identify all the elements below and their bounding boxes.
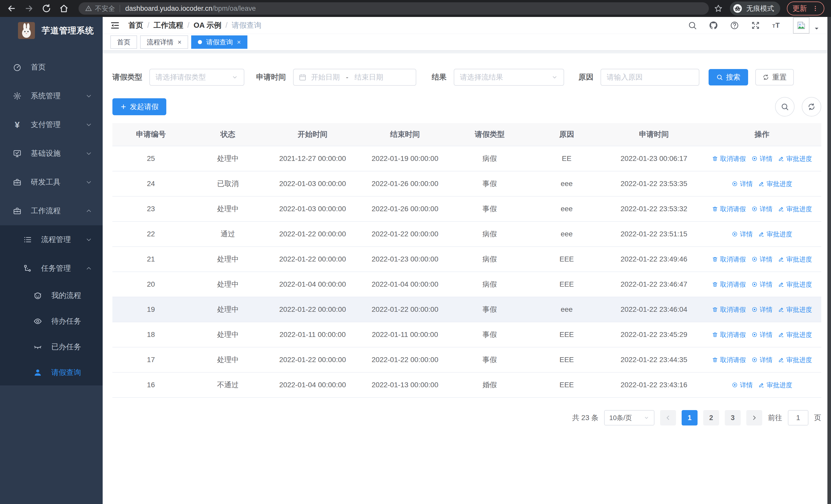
- breadcrumb-item-oa-example[interactable]: OA 示例: [194, 20, 221, 31]
- detail-link[interactable]: 详情: [751, 305, 773, 314]
- cancel-link[interactable]: 取消请假: [712, 280, 746, 289]
- cancel-link[interactable]: 取消请假: [712, 154, 746, 163]
- view-icon: [751, 155, 757, 162]
- detail-link[interactable]: 详情: [732, 180, 753, 188]
- app-logo[interactable]: 芋道管理系统: [0, 17, 103, 44]
- detail-link[interactable]: 详情: [751, 205, 773, 213]
- cancel-link[interactable]: 取消请假: [712, 330, 746, 339]
- table-refresh-button[interactable]: [802, 97, 821, 117]
- detail-link[interactable]: 详情: [732, 381, 753, 389]
- sidebar-item-infrastructure[interactable]: 基础设施: [0, 139, 103, 168]
- detail-link[interactable]: 详情: [751, 280, 773, 289]
- detail-link[interactable]: 详情: [751, 356, 773, 364]
- progress-link[interactable]: 审批进度: [758, 230, 792, 238]
- close-tab-icon[interactable]: ×: [237, 39, 241, 46]
- progress-link[interactable]: 审批进度: [758, 180, 792, 188]
- user-menu[interactable]: [793, 17, 820, 34]
- cell-start: 2021-12-27 00:00:00: [266, 154, 359, 163]
- security-label[interactable]: 不安全: [95, 4, 115, 13]
- table-search-toggle-button[interactable]: [775, 97, 795, 117]
- edit-icon: [778, 206, 784, 212]
- sidebar-item-leave-query[interactable]: 请假查询: [0, 360, 103, 385]
- calendar-icon: [299, 73, 307, 81]
- browser-scrollbar[interactable]: [827, 17, 831, 504]
- sidebar-item-label: 流程管理: [41, 235, 71, 245]
- leave-type-select[interactable]: 请选择请假类型: [149, 69, 244, 86]
- bookmark-star-icon[interactable]: [714, 4, 723, 13]
- page-header: 首页 / 工作流程 / OA 示例 / 请假查询 TT: [103, 17, 831, 34]
- sidebar-item-process-management[interactable]: 流程管理: [0, 225, 103, 254]
- progress-link[interactable]: 审批进度: [778, 154, 812, 163]
- sidebar-item-todo-tasks[interactable]: 待办任务: [0, 308, 103, 334]
- search-icon: [688, 21, 697, 30]
- progress-link[interactable]: 审批进度: [778, 305, 812, 314]
- forward-icon[interactable]: [24, 4, 34, 13]
- close-tab-icon[interactable]: ×: [178, 39, 181, 46]
- column-header: 开始时间: [266, 129, 359, 140]
- page-button[interactable]: 1: [682, 410, 697, 425]
- chevron-down-icon: [231, 74, 238, 81]
- address-bar[interactable]: 不安全 dashboard.yudao.iocoder.cn /bpm/oa/l…: [79, 2, 709, 14]
- leave-table: 申请编号状态开始时间结束时间请假类型原因申请时间操作 25处理中2021-12-…: [112, 123, 821, 398]
- prev-page-button[interactable]: [660, 410, 676, 425]
- progress-link[interactable]: 审批进度: [778, 255, 812, 264]
- sidebar-item-task-management[interactable]: 任务管理: [0, 254, 103, 283]
- cancel-link[interactable]: 取消请假: [712, 255, 746, 264]
- tab-home[interactable]: 首页: [110, 35, 137, 49]
- sidebar-item-home[interactable]: 首页: [0, 53, 103, 82]
- chevron-down-icon: [85, 236, 92, 243]
- create-leave-button[interactable]: 发起请假: [112, 98, 166, 115]
- sidebar-item-dev-tools[interactable]: 研发工具: [0, 168, 103, 197]
- browser-update-button[interactable]: 更新: [787, 2, 824, 16]
- detail-link[interactable]: 详情: [751, 255, 773, 264]
- sidebar-item-done-tasks[interactable]: 已办任务: [0, 334, 103, 360]
- date-range-separator: -: [346, 73, 348, 81]
- cancel-link[interactable]: 取消请假: [712, 305, 746, 314]
- cell-id: 22: [112, 230, 190, 238]
- progress-link[interactable]: 审批进度: [778, 280, 812, 289]
- detail-link[interactable]: 详情: [732, 230, 753, 238]
- browser-menu-icon[interactable]: [812, 5, 819, 12]
- cancel-link[interactable]: 取消请假: [712, 356, 746, 364]
- breadcrumb-item-home[interactable]: 首页: [128, 20, 143, 31]
- page-button[interactable]: 2: [703, 410, 719, 425]
- cell-applied: 2022-01-22 23:51:15: [605, 230, 703, 238]
- next-page-button[interactable]: [746, 410, 762, 425]
- progress-link[interactable]: 审批进度: [778, 356, 812, 364]
- result-select[interactable]: 请选择流结果: [454, 69, 564, 86]
- breadcrumb-item-workflow[interactable]: 工作流程: [153, 20, 183, 31]
- row-actions: 取消请假详情审批进度: [703, 154, 821, 163]
- progress-link[interactable]: 审批进度: [778, 205, 812, 213]
- end-date-placeholder[interactable]: 结束日期: [354, 72, 383, 82]
- page-size-select[interactable]: 10条/页: [604, 410, 654, 425]
- page-button[interactable]: 3: [725, 410, 741, 425]
- progress-link[interactable]: 审批进度: [778, 330, 812, 339]
- cell-status: 处理中: [190, 279, 266, 289]
- tab-process-detail[interactable]: 流程详情×: [140, 35, 188, 49]
- start-date-placeholder[interactable]: 开始日期: [311, 72, 340, 82]
- update-label[interactable]: 更新: [793, 4, 807, 13]
- sidebar-item-system-management[interactable]: 系统管理: [0, 82, 103, 110]
- reset-button[interactable]: 重置: [755, 69, 794, 85]
- sidebar-item-workflow[interactable]: 工作流程: [0, 197, 103, 225]
- sidebar-item-payment-management[interactable]: ¥支付管理: [0, 110, 103, 139]
- back-icon[interactable]: [7, 4, 17, 13]
- goto-page-input[interactable]: 1: [788, 410, 808, 425]
- cancel-link[interactable]: 取消请假: [712, 205, 746, 213]
- sidebar-item-my-process[interactable]: 我的流程: [0, 283, 103, 308]
- detail-link[interactable]: 详情: [751, 154, 773, 163]
- search-button[interactable]: 搜索: [709, 69, 748, 85]
- reload-icon[interactable]: [41, 4, 51, 13]
- progress-link[interactable]: 审批进度: [758, 381, 792, 389]
- home-icon[interactable]: [59, 4, 69, 13]
- cell-start: 2022-01-03 00:00:00: [266, 205, 359, 213]
- progress-label: 审批进度: [786, 154, 812, 163]
- trash-icon: [712, 357, 718, 363]
- apply-time-range-picker[interactable]: 开始日期 - 结束日期: [293, 69, 416, 86]
- reason-input[interactable]: 请输入原因: [601, 69, 699, 86]
- collapse-menu-icon[interactable]: [110, 21, 120, 30]
- avatar[interactable]: [793, 17, 809, 34]
- tab-leave-query[interactable]: 请假查询×: [191, 35, 248, 49]
- create-leave-label: 发起请假: [130, 102, 159, 112]
- detail-link[interactable]: 详情: [751, 330, 773, 339]
